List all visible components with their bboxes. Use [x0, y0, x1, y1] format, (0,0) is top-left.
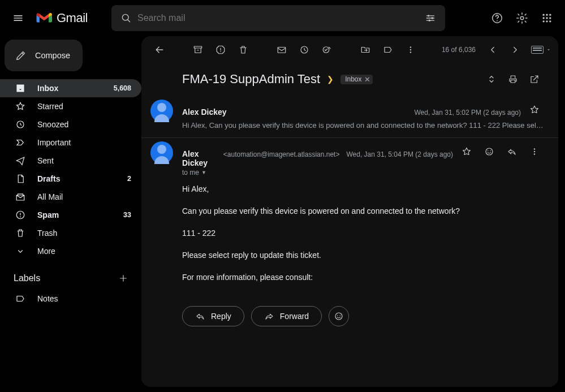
more-actions-button[interactable]: [399, 38, 422, 61]
main-menu-button[interactable]: [5, 5, 32, 32]
chevron-down-icon: [546, 47, 551, 53]
starred-icon: [15, 101, 26, 111]
forward-icon: [264, 311, 274, 321]
svg-point-32: [490, 150, 491, 152]
star-button[interactable]: [524, 100, 545, 120]
search-options-icon[interactable]: [419, 7, 442, 29]
add-to-tasks-button[interactable]: [316, 38, 338, 61]
labels-button[interactable]: [377, 38, 399, 61]
snoozed-icon: [15, 119, 26, 130]
message-more-button[interactable]: [524, 141, 545, 162]
print-button[interactable]: [503, 69, 523, 89]
delete-button[interactable]: [232, 38, 255, 61]
sidebar-item-more[interactable]: More: [0, 242, 141, 260]
nav-count: 5,608: [114, 84, 131, 92]
apps-icon[interactable]: [536, 7, 558, 29]
svg-point-34: [534, 151, 535, 152]
support-icon[interactable]: [486, 7, 508, 29]
svg-point-31: [488, 150, 489, 152]
star-button[interactable]: [456, 141, 477, 162]
svg-point-30: [486, 148, 493, 155]
input-tools-button[interactable]: [531, 46, 551, 54]
sidebar-item-drafts[interactable]: Drafts 2: [0, 170, 141, 188]
sidebar-item-allmail[interactable]: All Mail: [0, 188, 141, 206]
message-expanded: Alex Dickey <automation@imagenet.atlassi…: [141, 138, 558, 346]
svg-point-3: [432, 17, 433, 19]
emoji-reaction-button[interactable]: [479, 141, 499, 162]
expand-all-button[interactable]: [481, 69, 502, 89]
search-input[interactable]: [137, 13, 419, 23]
sidebar-item-starred[interactable]: Starred: [0, 97, 141, 115]
svg-point-23: [220, 51, 221, 52]
gmail-logo[interactable]: Gmail: [36, 11, 101, 25]
remove-label-icon[interactable]: ✕: [364, 75, 370, 84]
archive-button[interactable]: [187, 38, 209, 61]
inbox-label-chip[interactable]: Inbox ✕: [340, 75, 372, 84]
svg-point-2: [428, 15, 429, 16]
labels-header: Labels: [14, 273, 40, 283]
settings-icon[interactable]: [511, 7, 533, 29]
pagination-count: 16 of 6,036: [442, 46, 476, 54]
recipients-button[interactable]: to me ▼: [182, 169, 545, 176]
user-label-item[interactable]: Notes: [0, 290, 141, 308]
sidebar-item-inbox[interactable]: Inbox 5,608: [0, 79, 141, 97]
sidebar-item-sent[interactable]: Sent: [0, 152, 141, 170]
avatar: [150, 141, 173, 164]
compose-button[interactable]: Compose: [5, 40, 83, 71]
svg-point-6: [497, 20, 498, 21]
nav-count: 2: [127, 175, 131, 183]
message-body-line: Hi Alex,: [182, 183, 545, 195]
search-icon[interactable]: [115, 7, 137, 29]
spam-icon: [15, 210, 26, 220]
svg-point-8: [543, 14, 545, 16]
nav-label: Drafts: [37, 174, 116, 183]
svg-rect-24: [278, 48, 286, 53]
reply-pill-button[interactable]: Reply: [182, 306, 244, 326]
message-snippet: Hi Alex, Can you please verify this devi…: [182, 121, 545, 130]
svg-point-10: [549, 14, 551, 16]
add-label-button[interactable]: [115, 270, 131, 286]
svg-point-38: [340, 315, 341, 316]
message-date: Wed, Jan 31, 5:02 PM (2 days ago): [414, 109, 521, 117]
forward-pill-button[interactable]: Forward: [251, 306, 322, 326]
sender-email: <automation@imagenet.atlassian.net>: [223, 150, 340, 158]
report-spam-button[interactable]: [209, 38, 232, 61]
newer-button[interactable]: [482, 40, 503, 60]
emoji-reaction-pill[interactable]: [329, 306, 349, 326]
snooze-button[interactable]: [293, 38, 316, 61]
sidebar-item-trash[interactable]: Trash: [0, 224, 141, 242]
open-new-window-button[interactable]: [524, 69, 545, 89]
sidebar-item-snoozed[interactable]: Snoozed: [0, 115, 141, 133]
label-icon: [15, 294, 26, 304]
message-collapsed[interactable]: Alex Dickey Wed, Jan 31, 5:02 PM (2 days…: [141, 96, 558, 138]
message-body-line: Can you please verify this device is pow…: [182, 205, 545, 217]
nav-label: Starred: [37, 102, 120, 111]
sender-name: Alex Dickey: [182, 149, 220, 167]
sidebar-item-important[interactable]: Important: [0, 133, 141, 152]
reply-button[interactable]: [502, 141, 522, 162]
nav-count: 33: [123, 211, 131, 219]
nav-label: Notes: [37, 294, 131, 303]
nav-label: More: [37, 247, 120, 256]
svg-point-27: [410, 46, 411, 48]
chevron-down-icon: ▼: [201, 170, 206, 175]
mark-unread-button[interactable]: [270, 38, 293, 61]
sidebar-item-spam[interactable]: Spam 33: [0, 206, 141, 224]
move-to-button[interactable]: [354, 38, 377, 61]
sender-name: Alex Dickey: [182, 107, 227, 117]
drafts-icon: [15, 174, 26, 184]
older-button[interactable]: [505, 40, 525, 60]
svg-point-36: [335, 313, 342, 320]
nav-label: Spam: [37, 210, 112, 219]
gmail-logo-icon: [36, 12, 52, 24]
nav-label: All Mail: [37, 192, 120, 201]
back-button[interactable]: [148, 38, 171, 61]
nav-label: Inbox: [37, 84, 102, 93]
svg-point-12: [546, 17, 547, 19]
search-bar[interactable]: [111, 5, 445, 31]
important-marker[interactable]: ❯: [327, 75, 334, 84]
nav-label: Snoozed: [37, 120, 120, 129]
avatar: [150, 100, 173, 122]
svg-point-29: [410, 51, 411, 53]
sent-icon: [15, 156, 26, 166]
